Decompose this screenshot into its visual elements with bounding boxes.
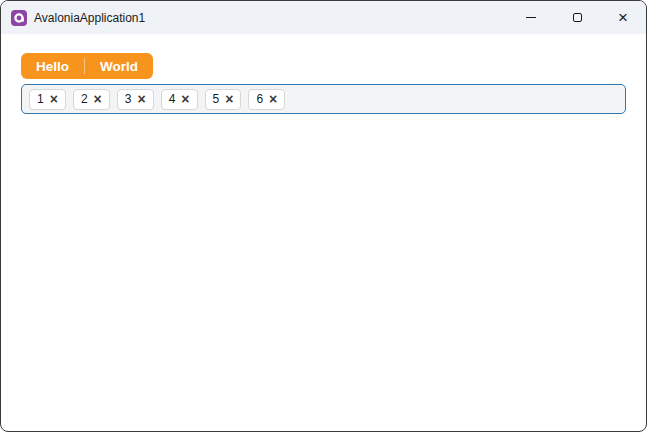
chip-remove-icon[interactable]: ×	[181, 92, 189, 106]
chip-remove-icon[interactable]: ×	[137, 92, 145, 106]
chip-4[interactable]: 4 ×	[161, 89, 198, 110]
minimize-icon	[526, 17, 536, 18]
close-icon: ×	[618, 9, 628, 26]
chip-2[interactable]: 2 ×	[73, 89, 110, 110]
caption-buttons: ×	[508, 1, 646, 34]
chip-3[interactable]: 3 ×	[117, 89, 154, 110]
chip-remove-icon[interactable]: ×	[269, 92, 277, 106]
chip-remove-icon[interactable]: ×	[50, 92, 58, 106]
chip-remove-icon[interactable]: ×	[225, 92, 233, 106]
hello-world-buttons: Hello World	[21, 53, 153, 79]
chip-6[interactable]: 6 ×	[248, 89, 285, 110]
titlebar[interactable]: AvaloniaApplication1 ×	[1, 1, 646, 34]
chip-label: 6	[256, 93, 263, 105]
maximize-button[interactable]	[554, 1, 600, 34]
chip-label: 4	[169, 93, 176, 105]
window-title: AvaloniaApplication1	[34, 11, 145, 25]
avalonia-logo-icon	[11, 10, 27, 26]
maximize-icon	[573, 13, 582, 22]
hello-button[interactable]: Hello	[21, 53, 84, 79]
world-button[interactable]: World	[85, 53, 153, 79]
chip-label: 2	[81, 93, 88, 105]
chip-label: 1	[37, 93, 44, 105]
chip-label: 5	[213, 93, 220, 105]
app-window: AvaloniaApplication1 × Hello World 1 × 2…	[0, 0, 647, 432]
chip-5[interactable]: 5 ×	[205, 89, 242, 110]
chip-label: 3	[125, 93, 132, 105]
chip-remove-icon[interactable]: ×	[94, 92, 102, 106]
minimize-button[interactable]	[508, 1, 554, 34]
close-button[interactable]: ×	[600, 1, 646, 34]
chip-1[interactable]: 1 ×	[29, 89, 66, 110]
tag-input-box[interactable]: 1 × 2 × 3 × 4 × 5 × 6 ×	[21, 84, 626, 114]
